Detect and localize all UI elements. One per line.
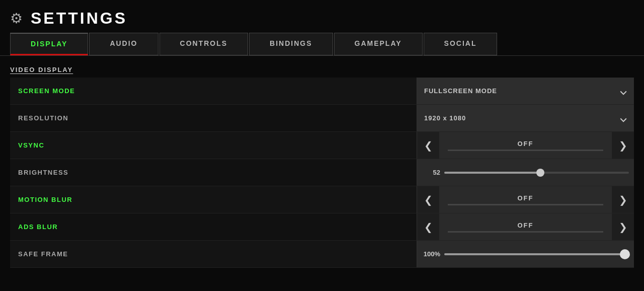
- setting-row-safe-frame: SAFE FRAME100%: [10, 241, 634, 268]
- stepper-motion-blur: ❮OFF❯: [417, 186, 634, 213]
- stepper-value-motion-blur: OFF: [518, 194, 534, 202]
- stepper-progress-motion-blur: [448, 204, 603, 205]
- settings-list: SCREEN MODEFULLSCREEN MODE⌵RESOLUTION192…: [10, 78, 634, 268]
- stepper-ads-blur: ❮OFF❯: [417, 213, 634, 240]
- tab-controls[interactable]: CONTROLS: [159, 33, 249, 55]
- stepper-value-vsync: OFF: [518, 140, 534, 148]
- setting-label-screen-mode: SCREEN MODE: [10, 87, 417, 95]
- slider-value-brightness: 52: [420, 169, 440, 176]
- slider-thumb-brightness[interactable]: [536, 169, 544, 177]
- dropdown-value-screen-mode: FULLSCREEN MODE: [424, 87, 497, 95]
- setting-control-safe-frame[interactable]: 100%: [417, 241, 634, 267]
- stepper-value-area-vsync: OFF: [439, 140, 612, 151]
- stepper-progress-ads-blur: [448, 231, 603, 233]
- stepper-progress-vsync: [448, 150, 603, 151]
- setting-row-screen-mode: SCREEN MODEFULLSCREEN MODE⌵: [10, 78, 634, 105]
- setting-row-vsync: VSYNC❮OFF❯: [10, 132, 634, 159]
- settings-title: SETTINGS: [31, 9, 127, 28]
- stepper-value-ads-blur: OFF: [518, 222, 534, 229]
- content-area: VIDEO DISPLAY SCREEN MODEFULLSCREEN MODE…: [0, 56, 644, 278]
- setting-label-motion-blur: MOTION BLUR: [10, 196, 417, 203]
- stepper-right-btn-vsync[interactable]: ❯: [612, 132, 634, 159]
- dropdown-screen-mode[interactable]: FULLSCREEN MODE⌵: [417, 78, 634, 104]
- setting-label-ads-blur: ADS BLUR: [10, 223, 417, 231]
- stepper-left-btn-vsync[interactable]: ❮: [417, 132, 439, 159]
- setting-row-brightness: BRIGHTNESS52: [10, 159, 634, 186]
- settings-header: ⚙ SETTINGS: [0, 0, 644, 33]
- stepper-vsync: ❮OFF❯: [417, 132, 634, 159]
- slider-value-safe-frame: 100%: [420, 250, 440, 258]
- stepper-right-btn-motion-blur[interactable]: ❯: [612, 186, 634, 213]
- chevron-down-icon: ⌵: [620, 112, 627, 125]
- setting-control-motion-blur[interactable]: ❮OFF❯: [417, 186, 634, 213]
- setting-label-vsync: VSYNC: [10, 141, 417, 149]
- chevron-down-icon: ⌵: [620, 85, 627, 98]
- stepper-value-area-ads-blur: OFF: [439, 222, 612, 233]
- setting-row-motion-blur: MOTION BLUR❮OFF❯: [10, 186, 634, 213]
- setting-label-safe-frame: SAFE FRAME: [10, 250, 417, 258]
- setting-control-resolution[interactable]: 1920 x 1080⌵: [417, 105, 634, 131]
- stepper-left-btn-motion-blur[interactable]: ❮: [417, 186, 439, 213]
- setting-label-resolution: RESOLUTION: [10, 114, 417, 122]
- slider-safe-frame: 100%: [417, 241, 634, 267]
- setting-row-ads-blur: ADS BLUR❮OFF❯: [10, 213, 634, 241]
- slider-thumb-safe-frame[interactable]: [620, 249, 630, 259]
- slider-track-brightness[interactable]: [444, 172, 629, 174]
- setting-control-screen-mode[interactable]: FULLSCREEN MODE⌵: [417, 78, 634, 104]
- tab-social[interactable]: SOCIAL: [424, 33, 498, 55]
- tab-bindings[interactable]: BINDINGS: [249, 33, 333, 55]
- gear-icon: ⚙: [10, 10, 23, 27]
- stepper-left-btn-ads-blur[interactable]: ❮: [417, 213, 439, 240]
- dropdown-resolution[interactable]: 1920 x 1080⌵: [417, 105, 634, 131]
- setting-control-ads-blur[interactable]: ❮OFF❯: [417, 213, 634, 240]
- tab-display[interactable]: DISPLAY: [10, 33, 88, 55]
- setting-control-brightness[interactable]: 52: [417, 159, 634, 186]
- section-title: VIDEO DISPLAY: [10, 66, 634, 74]
- tab-gameplay[interactable]: GAMEPLAY: [334, 33, 423, 55]
- slider-brightness: 52: [417, 159, 634, 186]
- slider-track-safe-frame[interactable]: [444, 253, 629, 255]
- tabs-bar: DISPLAYAUDIOCONTROLSBINDINGSGAMEPLAYSOCI…: [0, 33, 644, 56]
- setting-row-resolution: RESOLUTION1920 x 1080⌵: [10, 105, 634, 132]
- tab-audio[interactable]: AUDIO: [89, 33, 158, 55]
- setting-label-brightness: BRIGHTNESS: [10, 169, 417, 176]
- stepper-value-area-motion-blur: OFF: [439, 194, 612, 205]
- setting-control-vsync[interactable]: ❮OFF❯: [417, 132, 634, 159]
- dropdown-value-resolution: 1920 x 1080: [424, 114, 466, 122]
- stepper-right-btn-ads-blur[interactable]: ❯: [612, 213, 634, 240]
